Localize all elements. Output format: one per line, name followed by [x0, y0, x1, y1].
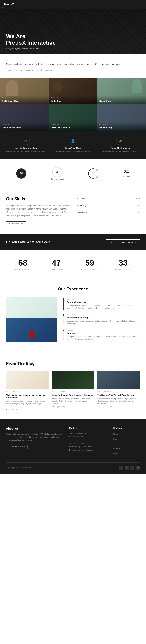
- blog-excerpt: When it comes to creating a website for …: [97, 398, 140, 404]
- nav-letter-p[interactable]: P: [2, 4, 3, 6]
- skill-name: Developing: [76, 204, 86, 207]
- feature-title: Know Your User: [51, 147, 94, 149]
- skills-section: Our Skills Fusce pretium dui quis est pr…: [0, 188, 146, 234]
- blog-date: February 28, 2015: [52, 391, 94, 393]
- logos-section: M d Company Name ♀ 24 Dot Com: [0, 159, 146, 188]
- footer-nav-item[interactable]: Contact: [113, 452, 140, 455]
- nav-letter-h[interactable]: H: [2, 0, 3, 0]
- feature-desc: Pellentesque vitae massa vel neque. Prae…: [4, 150, 47, 153]
- footer-nav-item[interactable]: Home: [113, 432, 140, 436]
- blog-card[interactable]: February 28, 2015 Ten Secrets You Will N…: [97, 371, 140, 411]
- blog-post-title: Ten Secrets You Will Not Want To Know: [97, 394, 140, 396]
- portfolio-item[interactable]: Photography Content Production: [0, 104, 49, 131]
- intro-main-text: Cras nisl lacus, tincidunt vitae neque v…: [6, 62, 140, 66]
- feature-title: Less Coding, More Fun: [4, 147, 47, 149]
- blog-grid: February 28, 2015 Nulla sapien leo, plac…: [6, 371, 140, 411]
- footer-about: About Us Fusce pretium dui quis est pret…: [6, 427, 63, 456]
- blog-likes: ♥ 17: [52, 406, 55, 408]
- blog-comments: 💬 5: [57, 406, 60, 408]
- exp-period: Freelance: [67, 330, 140, 331]
- footer-nav-title: Navigate: [113, 427, 140, 430]
- footer-about-title: About Us: [6, 427, 63, 430]
- experience-figure: [30, 330, 34, 338]
- skill-item-developing: Developing 60%: [76, 204, 140, 208]
- stat-item-webdesigns: 68 WEB DESIGNS: [6, 258, 40, 270]
- footer-contact: Find Us 2045 Brockwell Drive Sedney NI 4…: [69, 427, 107, 456]
- blog-post-title: Nulla sapien leo, placerat sed lacinia n…: [6, 394, 49, 399]
- skills-right: Web Design 80% Developing 60% Copywrit: [76, 196, 140, 226]
- nav-letter-a[interactable]: A: [2, 1, 3, 3]
- footer-nav-item[interactable]: Blog: [113, 437, 140, 440]
- portfolio-item[interactable]: Photography Coffe Cups: [49, 78, 97, 104]
- logo-company-icon: d: [56, 170, 58, 174]
- hero-subtitle: A digital agency based in London: [6, 47, 56, 50]
- footer-contact-title: Find Us: [69, 427, 107, 430]
- cta-button[interactable]: BUY THE TEMPLATE NOW: [106, 240, 140, 245]
- features-section: ⟳ Less Coding, More Fun Pellentesque vit…: [0, 131, 146, 159]
- blog-comments: 💬 4: [11, 409, 14, 410]
- footer-nav-item[interactable]: Portfolio: [113, 446, 140, 450]
- skill-bar-fill: [76, 201, 127, 201]
- portfolio-item[interactable]: Branding An Ordinary Day: [0, 78, 49, 104]
- logo-symbol-circle: ♀: [88, 168, 98, 178]
- blog-likes: ♥ 44: [97, 406, 101, 408]
- feature-icon-user: 👤: [69, 137, 77, 145]
- contact-us-link[interactable]: CONTACT US: [6, 221, 26, 226]
- blog-shares: ↗ 91: [16, 409, 19, 410]
- skill-item-copywriting: Copywriting 50%: [76, 211, 140, 215]
- feature-title: Target The Audience: [99, 147, 142, 149]
- navbar-brand[interactable]: PreusX: [4, 3, 14, 6]
- feature-item: 👤 Know Your User Donec. Etfique is quam …: [51, 137, 94, 153]
- logo-item-symbol: ♀: [88, 168, 98, 178]
- portfolio-item[interactable]: Experimental Never Ending: [97, 104, 146, 131]
- exp-company: Scream Interactive: [67, 301, 140, 303]
- logo-dotcom-label: Dot Com: [123, 176, 130, 178]
- footer-social: f t in G+: [119, 466, 140, 470]
- intro-section: Cras nisl lacus, tincidunt vitae neque v…: [0, 54, 146, 78]
- footer: About Us Fusce pretium dui quis est pret…: [0, 419, 146, 474]
- portfolio-item[interactable]: Branding Salted Grain: [97, 78, 146, 104]
- experience-title: Our Experience: [6, 287, 140, 291]
- nav-letter-b[interactable]: B: [2, 6, 3, 8]
- stats-section: 68 WEB DESIGNS 47 LOGO DESIGN 59 PHOTO S…: [0, 250, 146, 278]
- blog-shares: ↗ 77: [62, 406, 65, 408]
- portfolio-title: Content Production: [2, 126, 21, 129]
- logo-item-company: d Company Name: [51, 167, 64, 180]
- social-twitter-icon[interactable]: t: [125, 466, 129, 470]
- blog-date: February 28, 2015: [97, 391, 140, 393]
- exp-company: Freelance: [67, 332, 140, 334]
- social-linkedin-icon[interactable]: in: [130, 466, 134, 470]
- blog-card[interactable]: February 28, 2015 Going To Change Your B…: [52, 371, 94, 411]
- blog-card[interactable]: February 28, 2015 Nulla sapien leo, plac…: [6, 371, 49, 411]
- blog-likes: ♥ 25: [6, 409, 9, 410]
- experience-section: Our Experience 2015 - 2015 Scream Intera…: [0, 278, 146, 353]
- skills-description: Fusce pretium dui quis est pretium lobor…: [6, 204, 70, 217]
- stat-item-photoshoots: 59 PHOTO SHOOTS: [73, 258, 106, 270]
- feature-icon-target: ✉: [116, 137, 124, 145]
- blog-date: February 28, 2015: [6, 391, 49, 393]
- exp-dot: [63, 314, 64, 316]
- logo-symbol-text: ♀: [92, 172, 94, 175]
- logo-company-label: Company Name: [51, 178, 64, 180]
- skill-bar-bg: [76, 214, 140, 215]
- hero-section: We Are PreusX Interactive A digital agen…: [0, 9, 146, 54]
- footer-more-link[interactable]: MORE ABOUT US: [6, 445, 28, 449]
- feature-item: ⟳ Less Coding, More Fun Pellentesque vit…: [4, 137, 47, 153]
- exp-item-freelance: Freelance Freelance Tristique eu finibus…: [63, 330, 140, 341]
- feature-desc: Vestibulum scelerisque quam vitae arcu s…: [99, 150, 142, 153]
- portfolio-title: An Ordinary Day: [2, 100, 18, 102]
- portfolio-category: Photography: [51, 124, 95, 125]
- logo-item-monogram: M: [16, 168, 26, 178]
- footer-nav-item[interactable]: About: [113, 442, 140, 445]
- social-facebook-icon[interactable]: f: [119, 466, 123, 470]
- blog-shares: ↗ 55: [108, 406, 112, 408]
- exp-dot: [63, 299, 64, 300]
- logo-monogram-circle: M: [16, 168, 26, 178]
- portfolio-category: Photography: [2, 124, 47, 125]
- portfolio-item[interactable]: Photography Creative Commerce: [49, 104, 97, 131]
- skill-percent: 50%: [136, 211, 140, 214]
- skills-left: Our Skills Fusce pretium dui quis est pr…: [6, 196, 70, 226]
- stat-number: 47: [40, 258, 73, 268]
- social-googleplus-icon[interactable]: G+: [136, 466, 140, 470]
- exp-item-scream: 2015 - 2015 Scream Interactive Fusce pre…: [63, 298, 140, 310]
